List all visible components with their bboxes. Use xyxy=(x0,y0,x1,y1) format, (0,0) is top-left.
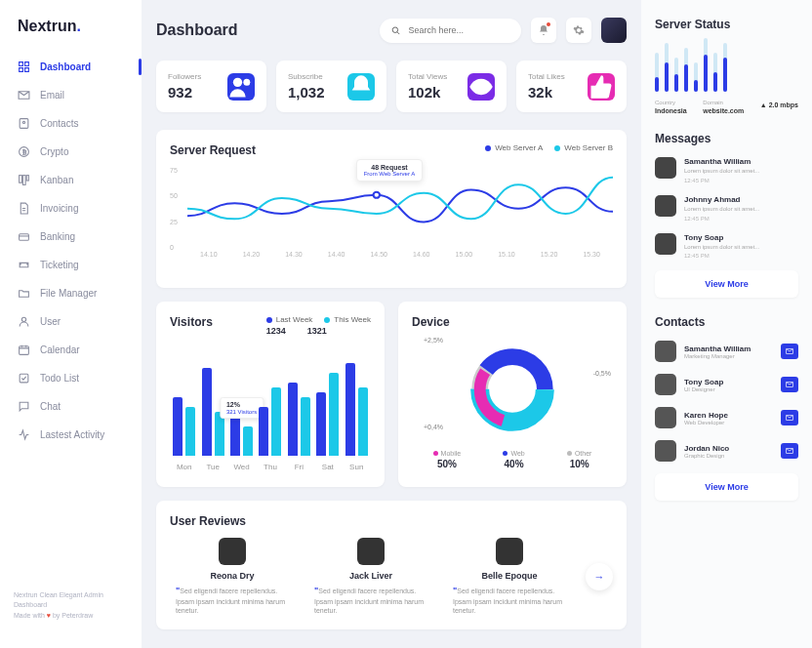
device-legend-item: Web40% xyxy=(503,450,524,469)
search-icon xyxy=(391,25,400,36)
svg-point-12 xyxy=(243,78,250,85)
main-content: Dashboard Followers932Subscribe1,032Tota… xyxy=(142,0,641,648)
messages-title: Messages xyxy=(655,132,798,145)
view-more-contacts-button[interactable]: View More xyxy=(655,473,798,501)
message-text: Lorem ipsum dolor sit amet... xyxy=(684,168,759,176)
view-more-messages-button[interactable]: View More xyxy=(655,270,798,298)
nav-item-ticketing[interactable]: Ticketing xyxy=(0,251,142,279)
message-avatar xyxy=(655,157,676,179)
bar xyxy=(202,368,212,456)
contact-item: Tony SoapUI Designer xyxy=(655,374,798,395)
svg-point-1 xyxy=(22,121,24,123)
reviewer-avatar xyxy=(496,538,523,565)
contact-item: Jordan NicoGraphic Design xyxy=(655,440,798,462)
nav-item-todo[interactable]: Todo List xyxy=(0,364,142,392)
nav-label: Chat xyxy=(40,401,61,412)
stats-row: Followers932Subscribe1,032Total Views102… xyxy=(156,61,627,112)
bar-label: Tue xyxy=(206,463,220,471)
server-request-chart: 7550250 48 Request From Web Server A 14.… xyxy=(170,167,613,274)
nav-label: Contacts xyxy=(40,118,78,129)
server-meta-item: ▲ 2.0 mbps xyxy=(760,100,798,114)
reviewer-name: Belle Epoque xyxy=(453,571,566,581)
server-status-meta: CountryIndonesiaDomainwebsite.com▲ 2.0 m… xyxy=(655,100,798,114)
contact-mail-button[interactable] xyxy=(781,344,798,359)
message-sender: Johnny Ahmad xyxy=(684,195,759,204)
nav-item-invoicing[interactable]: Invoicing xyxy=(0,194,142,223)
bar xyxy=(173,397,183,456)
visitors-chart: MonTueWed12%321 VisitorsThuFriSatSun xyxy=(170,339,371,456)
search-box[interactable] xyxy=(380,19,521,43)
review-item: Jack LiverSed eligendi facere repellendu… xyxy=(308,538,433,616)
nav-item-crypto[interactable]: Crypto xyxy=(0,138,142,166)
bar-group: Wed12%321 Visitors xyxy=(230,402,253,456)
bar-label: Sat xyxy=(322,463,334,471)
nav-item-email[interactable]: Email xyxy=(0,81,142,109)
server-bar xyxy=(694,62,698,92)
stat-value: 932 xyxy=(168,84,201,101)
contact-role: Web Developer xyxy=(684,420,773,425)
contact-role: Graphic Design xyxy=(684,453,773,459)
nav-item-activity[interactable]: Lastest Activity xyxy=(0,421,142,449)
nav-item-chat[interactable]: Chat xyxy=(0,392,142,421)
contact-avatar xyxy=(655,374,676,395)
svg-point-13 xyxy=(478,83,485,90)
device-chart: +2,5% -0,5% +0,4% xyxy=(412,341,613,438)
svg-point-11 xyxy=(233,77,242,86)
svg-point-14 xyxy=(374,192,381,198)
nav-label: Kanban xyxy=(40,175,73,185)
legend: Web Server A Web Server B xyxy=(485,143,613,152)
bar-label: Wed xyxy=(233,463,249,471)
nav-item-kanban[interactable]: Kanban xyxy=(0,166,142,194)
contact-mail-button[interactable] xyxy=(781,377,798,392)
nav-item-contacts[interactable]: Contacts xyxy=(0,109,142,138)
message-sender: Samantha William xyxy=(684,157,759,166)
server-request-card: Server Request Web Server A Web Server B… xyxy=(156,130,627,288)
message-item[interactable]: Tony SoapLorem ipsum dolor sit amet...12… xyxy=(655,233,798,260)
notifications-button[interactable] xyxy=(531,18,556,43)
svg-rect-4 xyxy=(22,176,25,185)
nav-label: Dashboard xyxy=(40,61,91,72)
contact-mail-button[interactable] xyxy=(781,443,798,459)
server-meta-item: CountryIndonesia xyxy=(655,100,687,114)
server-bar xyxy=(723,43,727,92)
server-bar xyxy=(704,38,708,92)
contact-mail-button[interactable] xyxy=(781,410,798,425)
server-bar xyxy=(655,53,659,92)
message-item[interactable]: Samantha WilliamLorem ipsum dolor sit am… xyxy=(655,157,798,183)
svg-rect-6 xyxy=(20,234,29,241)
contact-item: Samantha WilliamMarketing Manager xyxy=(655,341,798,362)
bar-group: Fri xyxy=(288,383,310,456)
nav-item-files[interactable]: File Manager xyxy=(0,279,142,307)
profile-avatar[interactable] xyxy=(601,18,627,43)
stat-card: Followers932 xyxy=(156,61,266,112)
next-review-button[interactable]: → xyxy=(586,563,613,590)
nav-item-dashboard[interactable]: Dashboard xyxy=(0,53,142,81)
bar xyxy=(185,407,195,456)
server-bar xyxy=(665,43,669,92)
nav-label: Crypto xyxy=(40,146,68,157)
message-item[interactable]: Johnny AhmadLorem ipsum dolor sit amet..… xyxy=(655,195,798,222)
stat-label: Followers xyxy=(168,72,201,81)
nav-item-banking[interactable]: Banking xyxy=(0,223,142,251)
search-input[interactable] xyxy=(408,25,509,35)
contact-item: Karen HopeWeb Developer xyxy=(655,407,798,428)
page-title: Dashboard xyxy=(156,21,370,39)
bar xyxy=(259,407,268,456)
reviews-card: User Reviews Reona DrySed eligendi facer… xyxy=(156,501,627,629)
device-legend-item: Other10% xyxy=(567,450,592,469)
settings-button[interactable] xyxy=(566,18,591,43)
users-icon xyxy=(227,73,255,101)
server-bar xyxy=(713,53,717,92)
contact-name: Tony Soap xyxy=(684,378,773,386)
contact-avatar xyxy=(655,341,676,362)
bar xyxy=(329,373,339,456)
svg-point-10 xyxy=(392,26,397,31)
bar xyxy=(345,363,355,456)
nav-item-user[interactable]: User xyxy=(0,307,142,336)
card-title: User Reviews xyxy=(170,514,613,528)
svg-rect-3 xyxy=(20,176,22,183)
nav-label: Lastest Activity xyxy=(40,429,104,440)
svg-rect-5 xyxy=(26,176,28,181)
server-bar xyxy=(684,48,688,92)
nav-item-calendar[interactable]: Calendar xyxy=(0,336,142,364)
